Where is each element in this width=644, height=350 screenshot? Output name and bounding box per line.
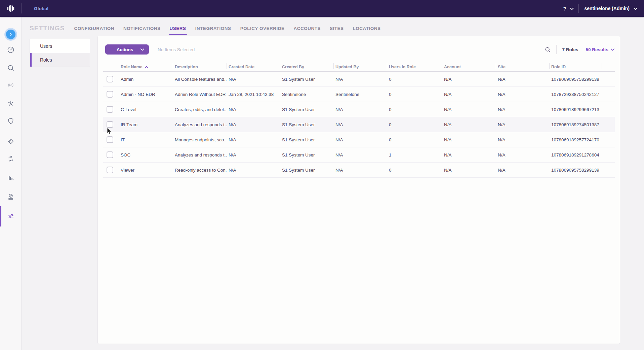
cell-created-date: N/A [227, 137, 280, 142]
sidebar-item-singularity[interactable] [6, 99, 15, 108]
cell-role-id: 1078729338750242127 [549, 92, 602, 97]
row-checkbox[interactable] [107, 136, 113, 143]
selection-status: No Items Selected [158, 47, 195, 52]
cell-account: N/A [442, 122, 496, 127]
icon-sidebar [0, 17, 22, 350]
sidebar-active-indicator [0, 206, 1, 226]
cell-account: N/A [442, 92, 496, 97]
header-created-date[interactable]: Created Date [227, 63, 280, 71]
sidebar-item-settings[interactable] [6, 211, 15, 221]
row-checkbox-cell [103, 106, 119, 113]
cell-description: Read-only access to Con... [173, 168, 227, 173]
table-row[interactable]: ViewerRead-only access to Con...N/AS1 Sy… [103, 163, 615, 178]
user-menu-button[interactable]: sentinelone (Admin) [584, 6, 637, 11]
row-checkbox-cell [103, 91, 119, 98]
search-icon [545, 46, 551, 53]
header-tail-spacer [602, 63, 615, 71]
roles-toolbar: Actions No Items Selected 7 Roles 50 Res… [98, 36, 620, 63]
topbar-divider [578, 4, 579, 13]
header-site[interactable]: Site [496, 63, 549, 71]
search-button[interactable] [544, 45, 552, 54]
help-button[interactable]: ? [563, 6, 566, 11]
sidebar-item-broadcast[interactable] [6, 80, 15, 90]
tab-policy-override[interactable]: POLICY OVERRIDE [240, 26, 285, 31]
cell-created-by: S1 System User [280, 107, 333, 112]
row-checkbox[interactable] [107, 151, 113, 158]
sidebar-item-reports[interactable] [6, 173, 15, 182]
settings-sliders-icon [7, 212, 15, 220]
subnav-item-users[interactable]: Users [30, 39, 90, 53]
header-updated-by[interactable]: Updated By [333, 63, 387, 71]
toolbar-divider [556, 45, 557, 54]
top-bar: Global ? sentinelone (Admin) [0, 0, 644, 17]
row-checkbox[interactable] [107, 121, 113, 128]
cell-updated-by: N/A [333, 168, 387, 173]
tab-users[interactable]: USERS [170, 26, 186, 31]
app-logo[interactable] [0, 3, 22, 13]
row-checkbox[interactable] [107, 167, 113, 173]
actions-button[interactable]: Actions [105, 44, 149, 55]
results-per-page-dropdown[interactable]: 50 Results [586, 47, 614, 52]
row-checkbox[interactable] [107, 91, 113, 98]
results-chevron-down-icon [611, 48, 614, 51]
cell-created-date: N/A [227, 107, 280, 112]
header-description[interactable]: Description [173, 63, 227, 71]
cell-role-name: Viewer [119, 168, 173, 173]
subnav-item-roles[interactable]: Roles [30, 53, 90, 67]
table-row[interactable]: IR TeamAnalyzes and responds t...N/AS1 S… [103, 117, 615, 132]
cell-updated-by: N/A [333, 122, 387, 127]
cell-updated-by: Sentinelone [333, 92, 387, 97]
header-role-id[interactable]: Role ID [549, 63, 602, 71]
row-checkbox-cell [103, 76, 119, 82]
cell-updated-by: N/A [333, 107, 387, 112]
cell-created-by: S1 System User [280, 77, 333, 82]
cell-created-by: S1 System User [280, 168, 333, 173]
sidebar-item-dashboard[interactable] [6, 45, 15, 55]
cell-role-id: 1078069189291278604 [549, 152, 602, 158]
cell-role-name: Admin [119, 77, 173, 82]
results-label: 50 Results [586, 47, 608, 52]
cell-site: N/A [496, 107, 549, 112]
cell-updated-by: N/A [333, 152, 387, 158]
cell-site: N/A [496, 77, 549, 82]
user-menu-label: sentinelone (Admin) [584, 6, 630, 11]
table-row[interactable]: Admin - NO EDRAdmin Role Without EDRJan … [103, 87, 615, 102]
header-created-by[interactable]: Created By [280, 63, 333, 71]
subnav-users-label: Users [40, 43, 52, 49]
cell-role-name: SOC [119, 152, 173, 158]
spark-asterisk-icon [7, 100, 15, 108]
tab-accounts[interactable]: ACCOUNTS [293, 26, 321, 31]
tab-notifications[interactable]: NOTIFICATIONS [123, 26, 161, 31]
sidebar-item-protection[interactable] [6, 116, 15, 126]
table-row[interactable]: C-LevelCreates, edits, and delet...N/AS1… [103, 102, 615, 117]
header-account[interactable]: Account [442, 63, 496, 71]
sidebar-item-search[interactable] [6, 63, 15, 73]
sidebar-item-marketplace[interactable] [6, 137, 15, 146]
scope-breadcrumb[interactable]: Global [34, 6, 48, 11]
cell-site: N/A [496, 92, 549, 97]
cell-account: N/A [442, 77, 496, 82]
header-checkbox-spacer [103, 63, 119, 71]
cell-description: Analyzes and responds t... [173, 152, 227, 158]
cell-created-by: S1 System User [280, 122, 333, 127]
row-checkbox[interactable] [107, 106, 113, 113]
actions-button-label: Actions [105, 47, 140, 52]
header-role-name[interactable]: Role Name [119, 63, 173, 71]
help-chevron-down-icon[interactable] [570, 5, 574, 11]
table-row[interactable]: ITManages endpoints, sco...N/AS1 System … [103, 132, 615, 147]
cell-created-date: Jan 28, 2021 10:42:38 [227, 92, 280, 97]
tab-integrations[interactable]: INTEGRATIONS [195, 26, 231, 31]
tab-configuration[interactable]: CONFIGURATION [74, 26, 115, 31]
row-checkbox[interactable] [107, 76, 113, 82]
tab-sites[interactable]: SITES [330, 26, 344, 31]
tab-locations[interactable]: LOCATIONS [353, 26, 380, 31]
header-users-in-role[interactable]: Users In Role [387, 63, 442, 71]
sidebar-expand-button[interactable] [6, 30, 15, 39]
page-title: SETTINGS [30, 25, 65, 32]
sidebar-item-tasks[interactable] [6, 192, 15, 202]
table-row[interactable]: AdminAll Console features and...N/AS1 Sy… [103, 72, 615, 87]
cell-account: N/A [442, 137, 496, 142]
cell-updated-by: N/A [333, 137, 387, 142]
table-row[interactable]: SOCAnalyzes and responds t...N/AS1 Syste… [103, 147, 615, 163]
sidebar-item-sync[interactable] [6, 154, 15, 164]
